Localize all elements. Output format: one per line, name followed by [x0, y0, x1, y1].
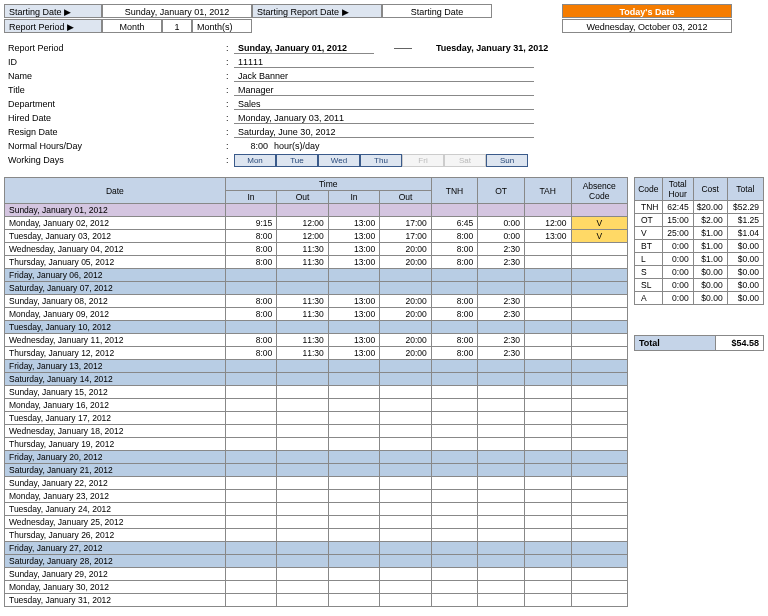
day-fri[interactable]: Fri: [402, 154, 444, 167]
time-cell[interactable]: 8:00: [225, 243, 277, 256]
time-cell[interactable]: [380, 204, 432, 217]
time-cell[interactable]: 13:00: [328, 243, 380, 256]
time-cell[interactable]: 11:30: [277, 347, 329, 360]
absence-cell[interactable]: [571, 425, 627, 438]
time-cell[interactable]: 13:00: [328, 217, 380, 230]
time-cell[interactable]: 8:00: [225, 230, 277, 243]
time-cell[interactable]: 20:00: [380, 243, 432, 256]
time-cell[interactable]: [380, 542, 432, 555]
time-cell[interactable]: [277, 399, 329, 412]
time-cell[interactable]: [277, 269, 329, 282]
absence-cell[interactable]: [571, 269, 627, 282]
time-cell[interactable]: [380, 425, 432, 438]
day-mon[interactable]: Mon: [234, 154, 276, 167]
time-cell[interactable]: [225, 568, 277, 581]
absence-cell[interactable]: [571, 204, 627, 217]
time-cell[interactable]: [328, 503, 380, 516]
time-cell[interactable]: [225, 269, 277, 282]
time-cell[interactable]: [277, 555, 329, 568]
absence-cell[interactable]: [571, 490, 627, 503]
time-cell[interactable]: [380, 269, 432, 282]
time-cell[interactable]: [380, 360, 432, 373]
report-period-n[interactable]: 1: [162, 19, 192, 33]
time-cell[interactable]: [328, 490, 380, 503]
time-cell[interactable]: 8:00: [225, 334, 277, 347]
time-cell[interactable]: 20:00: [380, 334, 432, 347]
time-cell[interactable]: [328, 386, 380, 399]
time-cell[interactable]: [380, 386, 432, 399]
absence-cell[interactable]: [571, 334, 627, 347]
time-cell[interactable]: 11:30: [277, 256, 329, 269]
absence-cell[interactable]: [571, 464, 627, 477]
time-cell[interactable]: [225, 204, 277, 217]
time-cell[interactable]: 17:00: [380, 230, 432, 243]
time-cell[interactable]: [380, 451, 432, 464]
time-cell[interactable]: [380, 438, 432, 451]
absence-cell[interactable]: [571, 503, 627, 516]
time-cell[interactable]: [277, 438, 329, 451]
time-cell[interactable]: [380, 516, 432, 529]
time-cell[interactable]: [380, 399, 432, 412]
time-cell[interactable]: 20:00: [380, 256, 432, 269]
time-cell[interactable]: [277, 425, 329, 438]
absence-cell[interactable]: [571, 295, 627, 308]
day-sat[interactable]: Sat: [444, 154, 486, 167]
time-cell[interactable]: [328, 360, 380, 373]
time-cell[interactable]: [328, 269, 380, 282]
time-cell[interactable]: [225, 282, 277, 295]
time-cell[interactable]: [225, 555, 277, 568]
time-cell[interactable]: [277, 490, 329, 503]
time-cell[interactable]: [225, 516, 277, 529]
report-period-unit[interactable]: Month: [102, 19, 162, 33]
absence-cell[interactable]: [571, 256, 627, 269]
time-cell[interactable]: [328, 529, 380, 542]
time-cell[interactable]: [277, 529, 329, 542]
time-cell[interactable]: 13:00: [328, 295, 380, 308]
time-cell[interactable]: 20:00: [380, 308, 432, 321]
absence-cell[interactable]: V: [571, 230, 627, 243]
time-cell[interactable]: 20:00: [380, 347, 432, 360]
time-cell[interactable]: [380, 568, 432, 581]
time-cell[interactable]: [277, 282, 329, 295]
time-cell[interactable]: [328, 373, 380, 386]
time-cell[interactable]: [328, 568, 380, 581]
time-cell[interactable]: [225, 594, 277, 607]
time-cell[interactable]: [380, 555, 432, 568]
time-cell[interactable]: [277, 321, 329, 334]
time-cell[interactable]: [328, 477, 380, 490]
time-cell[interactable]: [225, 412, 277, 425]
time-cell[interactable]: 11:30: [277, 295, 329, 308]
absence-cell[interactable]: [571, 477, 627, 490]
time-cell[interactable]: [277, 568, 329, 581]
time-cell[interactable]: 13:00: [328, 256, 380, 269]
time-cell[interactable]: [328, 399, 380, 412]
absence-cell[interactable]: [571, 386, 627, 399]
time-cell[interactable]: [225, 386, 277, 399]
time-cell[interactable]: 11:30: [277, 334, 329, 347]
time-cell[interactable]: [225, 451, 277, 464]
absence-cell[interactable]: [571, 243, 627, 256]
time-cell[interactable]: [328, 321, 380, 334]
time-cell[interactable]: 12:00: [277, 217, 329, 230]
absence-cell[interactable]: [571, 308, 627, 321]
time-cell[interactable]: [328, 464, 380, 477]
absence-cell[interactable]: V: [571, 217, 627, 230]
time-cell[interactable]: [328, 412, 380, 425]
time-cell[interactable]: [380, 373, 432, 386]
time-cell[interactable]: 13:00: [328, 334, 380, 347]
absence-cell[interactable]: [571, 360, 627, 373]
time-cell[interactable]: [380, 529, 432, 542]
time-cell[interactable]: [277, 477, 329, 490]
time-cell[interactable]: [225, 490, 277, 503]
time-cell[interactable]: [277, 204, 329, 217]
absence-cell[interactable]: [571, 555, 627, 568]
time-cell[interactable]: [328, 425, 380, 438]
time-cell[interactable]: [277, 581, 329, 594]
absence-cell[interactable]: [571, 347, 627, 360]
starting-report-value[interactable]: Starting Date: [382, 4, 492, 18]
absence-cell[interactable]: [571, 438, 627, 451]
absence-cell[interactable]: [571, 568, 627, 581]
day-wed[interactable]: Wed: [318, 154, 360, 167]
absence-cell[interactable]: [571, 594, 627, 607]
time-cell[interactable]: [225, 529, 277, 542]
